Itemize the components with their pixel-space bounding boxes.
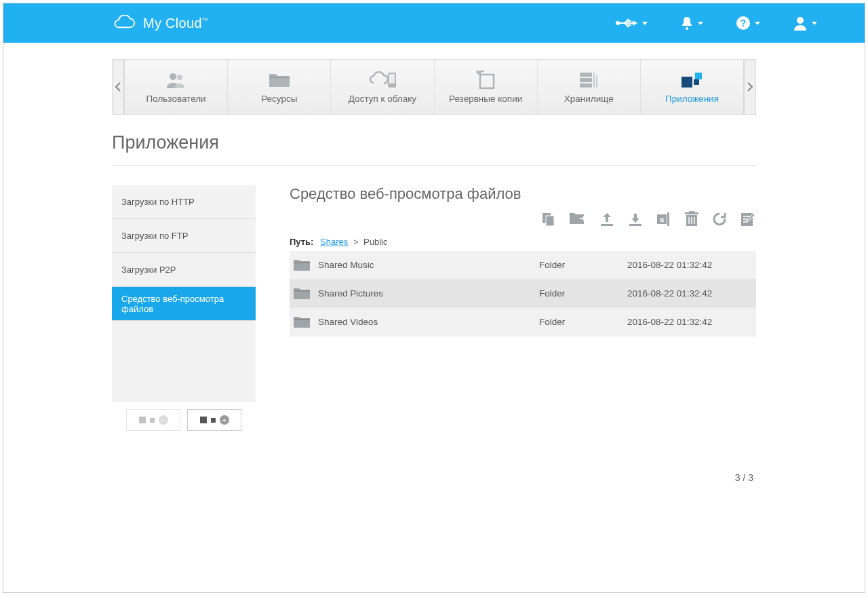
section-heading: Средство веб-просмотра файлов xyxy=(290,185,756,203)
svg-rect-38 xyxy=(294,290,310,292)
download-button[interactable] xyxy=(627,211,644,227)
sidebar-item-p2p[interactable]: Загрузки P2P xyxy=(112,253,256,287)
square-icon xyxy=(200,417,207,423)
storage-icon xyxy=(578,71,599,90)
usb-menu[interactable] xyxy=(615,17,648,29)
upload-button[interactable] xyxy=(599,211,615,227)
svg-rect-37 xyxy=(294,262,310,263)
svg-point-6 xyxy=(170,73,176,80)
chevron-left-icon xyxy=(115,82,121,92)
delete-button[interactable] xyxy=(684,211,699,227)
nav-tabs: Пользователи Ресурсы Доступ к облаку Рез… xyxy=(112,59,756,115)
nav-scroll-right[interactable] xyxy=(744,59,756,115)
chevron-right-icon xyxy=(747,82,753,92)
file-date: 2016-08-22 01:32:42 xyxy=(627,317,756,327)
file-name: Shared Videos xyxy=(314,317,539,327)
tab-shares[interactable]: Ресурсы xyxy=(228,60,331,114)
svg-rect-39 xyxy=(294,319,310,320)
top-header: My Cloud™ ? xyxy=(3,3,865,43)
cloud-icon xyxy=(112,15,136,31)
sidebar-item-ftp[interactable]: Загрузки по FTP xyxy=(112,219,256,253)
nav-scroll-left[interactable] xyxy=(112,59,124,115)
svg-rect-11 xyxy=(480,75,494,88)
pager: 3 / 3 xyxy=(290,472,756,483)
sidebar-item-fileviewer[interactable]: Средство веб-просмотра файлов xyxy=(112,287,256,321)
tab-storage[interactable]: Хранилище xyxy=(538,60,641,114)
svg-rect-13 xyxy=(580,78,592,82)
svg-point-5 xyxy=(797,17,804,24)
file-viewer-pane: Средство веб-просмотра файлов a Путь: Sh… xyxy=(290,185,756,483)
minus-circle-icon: – xyxy=(159,415,168,425)
edit-button[interactable] xyxy=(740,211,756,227)
chevron-down-icon xyxy=(812,22,817,25)
user-menu[interactable] xyxy=(793,16,817,31)
file-row[interactable]: Shared Videos Folder 2016-08-22 01:32:42 xyxy=(290,308,756,336)
app-sidebar: Загрузки по HTTP Загрузки по FTP Загрузк… xyxy=(112,185,256,483)
notifications-menu[interactable] xyxy=(680,16,703,31)
help-icon: ? xyxy=(736,16,751,31)
tab-apps[interactable]: Приложения xyxy=(641,60,743,114)
remove-app-button: – xyxy=(126,409,180,431)
file-type: Folder xyxy=(539,288,627,298)
bell-icon xyxy=(680,16,694,31)
user-icon xyxy=(793,16,808,31)
move-button[interactable] xyxy=(569,211,587,227)
header-actions: ? xyxy=(615,16,844,31)
tab-label: Ресурсы xyxy=(261,94,297,104)
users-icon xyxy=(165,71,188,90)
svg-rect-18 xyxy=(694,79,699,85)
breadcrumb: Путь: Shares > Public xyxy=(290,237,756,247)
svg-text:a: a xyxy=(660,215,665,223)
sidebar-item-http[interactable]: Загрузки по HTTP xyxy=(112,185,256,219)
path-label: Путь: xyxy=(290,237,313,247)
tab-label: Доступ к облаку xyxy=(349,94,416,104)
apps-icon xyxy=(682,71,702,90)
tab-cloud-access[interactable]: Доступ к облаку xyxy=(331,60,434,114)
svg-rect-29 xyxy=(689,211,694,212)
content-area: Загрузки по HTTP Загрузки по FTP Загрузк… xyxy=(112,185,756,483)
breadcrumb-current: Public xyxy=(363,237,387,247)
file-row[interactable]: Shared Pictures Folder 2016-08-22 01:32:… xyxy=(290,280,756,308)
tab-label: Пользователи xyxy=(146,94,206,104)
svg-rect-16 xyxy=(596,75,597,88)
file-toolbar: a xyxy=(290,207,756,233)
svg-rect-26 xyxy=(667,212,669,226)
folder-icon xyxy=(290,258,314,272)
svg-rect-14 xyxy=(580,83,592,88)
help-menu[interactable]: ? xyxy=(736,16,760,31)
breadcrumb-root[interactable]: Shares xyxy=(320,237,348,247)
svg-point-2 xyxy=(686,27,688,30)
copy-button[interactable] xyxy=(540,211,557,227)
add-app-button[interactable]: + xyxy=(187,409,241,431)
square-icon xyxy=(139,417,146,423)
folder-icon xyxy=(290,287,314,301)
tab-users[interactable]: Пользователи xyxy=(125,60,228,114)
brand[interactable]: My Cloud™ xyxy=(112,15,208,31)
breadcrumb-separator: > xyxy=(353,237,359,247)
cloud-device-icon xyxy=(368,71,397,90)
square-small-icon xyxy=(150,418,155,423)
chevron-down-icon xyxy=(642,22,648,25)
svg-rect-23 xyxy=(629,224,642,226)
folder-icon xyxy=(269,71,290,90)
svg-rect-19 xyxy=(695,73,702,79)
file-name: Shared Music xyxy=(314,260,539,270)
svg-rect-17 xyxy=(682,77,692,88)
rename-button[interactable]: a xyxy=(656,211,672,227)
svg-text:?: ? xyxy=(741,18,747,28)
file-type: Folder xyxy=(539,260,627,270)
svg-rect-21 xyxy=(546,216,554,226)
svg-rect-15 xyxy=(593,73,595,88)
svg-rect-28 xyxy=(685,212,698,214)
file-date: 2016-08-22 01:32:42 xyxy=(627,260,756,270)
file-list: Shared Music Folder 2016-08-22 01:32:42 … xyxy=(290,251,756,336)
chevron-down-icon xyxy=(755,22,760,25)
tab-label: Приложения xyxy=(665,94,719,104)
svg-rect-8 xyxy=(269,77,290,78)
refresh-button[interactable] xyxy=(711,211,728,227)
file-type: Folder xyxy=(539,317,627,327)
page-title: Приложения xyxy=(112,132,756,166)
tab-backups[interactable]: Резервные копии xyxy=(435,60,538,114)
file-date: 2016-08-22 01:32:42 xyxy=(627,288,756,298)
file-row[interactable]: Shared Music Folder 2016-08-22 01:32:42 xyxy=(290,251,756,280)
